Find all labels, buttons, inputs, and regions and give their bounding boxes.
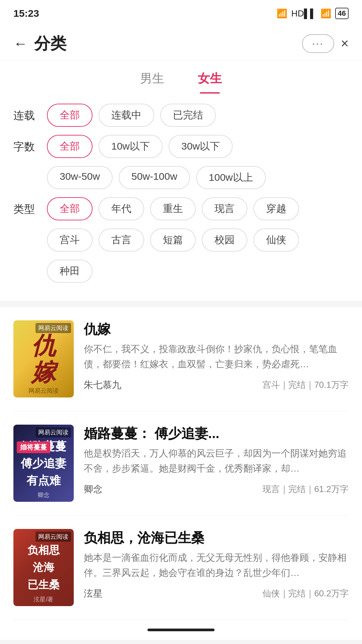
serial-tag-all[interactable]: 全部: [47, 104, 93, 127]
serial-filter-tags: 全部 连载中 已完结: [47, 104, 349, 127]
close-button[interactable]: ×: [341, 36, 349, 51]
book-author-2: 卿念: [84, 483, 103, 496]
bluetooth-icon: 📶: [277, 8, 287, 19]
book-info-1: 仇嫁 你不仁，我不义，投靠政敌斗倒你！抄家仇，负心恨，笔笔血债，都要偿！红嫁衣，…: [84, 320, 349, 391]
book-meta-2: 卿念 现言｜完结｜61.2万字: [84, 483, 349, 496]
genre-tag-palace[interactable]: 宫斗: [47, 228, 93, 252]
book-tags-1: 宫斗｜完结｜70.1万字: [262, 379, 349, 391]
cover-badge-1: 网易云阅读: [36, 323, 71, 333]
wordcount-tag-all[interactable]: 全部: [47, 135, 93, 158]
tab-male[interactable]: 男生: [140, 70, 164, 94]
status-time: 15:23: [13, 8, 39, 19]
book-title-3: 负相思，沧海已生桑: [84, 529, 349, 546]
cover-badge-3: 网易云阅读: [36, 532, 71, 542]
genre-tag-xian[interactable]: 仙侠: [253, 228, 299, 252]
book-meta-3: 泫星 仙侠｜完结｜60.2万字: [84, 587, 349, 600]
genre-tag-short[interactable]: 短篇: [150, 228, 196, 252]
status-icons: 📶 HD▌▌ 📶 46: [277, 8, 349, 19]
genre-tag-farm[interactable]: 种田: [47, 260, 93, 283]
serial-filter-row: 连载 全部 连载中 已完结: [13, 104, 349, 127]
book-cover-2: 婚路蔓蔓傅少追妻有点难 卿念 网易云阅读 婚将蔓蔓: [13, 425, 74, 502]
book-item-2[interactable]: 婚路蔓蔓傅少追妻有点难 卿念 网易云阅读 婚将蔓蔓 婚路蔓蔓： 傅少追妻... …: [13, 411, 349, 516]
book-tags-3: 仙侠｜完结｜60.2万字: [262, 588, 349, 599]
genre-filter-tags-row1: 全部 年代 重生 现言 穿越: [47, 197, 349, 220]
serial-filter-label: 连载: [13, 108, 40, 123]
book-cover-3: 负相思沧海已生桑 泫星/著 网易云阅读: [13, 529, 74, 606]
wordcount-tag-30to50w[interactable]: 30w-50w: [47, 166, 113, 189]
genre-filter-tags-row2: 宫斗 古言 短篇 校园 仙侠: [47, 228, 349, 252]
wordcount-filter-tags-row2: 30w-50w 50w-100w 100w以上: [47, 166, 349, 189]
cover-badge-2: 网易云阅读: [36, 427, 71, 437]
wordcount-filter-tags-row1: 全部 10w以下 30w以下: [47, 135, 349, 158]
genre-tag-nian[interactable]: 年代: [99, 197, 144, 220]
book-list: 仇嫁 网易云阅读 网易云阅读 仇嫁 你不仁，我不义，投靠政敌斗倒你！抄家仇，负心…: [0, 307, 362, 620]
tab-row: 男生 女生: [0, 60, 362, 94]
page-title: 分类: [34, 33, 66, 54]
signal-icon: HD▌▌: [291, 8, 316, 19]
battery-indicator: 46: [335, 8, 349, 19]
genre-tag-rebirth[interactable]: 重生: [150, 197, 196, 220]
wordcount-tag-lt30w[interactable]: 30w以下: [169, 135, 233, 158]
wordcount-filter-label: 字数: [13, 140, 40, 154]
wordcount-tag-lt10w[interactable]: 10w以下: [99, 135, 163, 158]
wordcount-filter-row: 字数 全部 10w以下 30w以下: [13, 135, 349, 158]
cover-logo-2: 卿念: [13, 491, 74, 499]
book-desc-2: 他是权势滔天，万人仰慕的风云巨子，却因为一个阴谋对她穷追不舍，步步紧逼。她是财阀…: [84, 446, 349, 476]
genre-filter-label: 类型: [13, 202, 40, 217]
genre-tag-all[interactable]: 全部: [47, 197, 93, 220]
back-button[interactable]: ←: [13, 36, 27, 52]
genre-filter-tags-row3: 种田: [47, 260, 349, 283]
tab-female[interactable]: 女生: [198, 70, 222, 94]
home-indicator: [147, 629, 215, 631]
serial-tag-finished[interactable]: 已完结: [160, 104, 216, 127]
cover-logo-3: 泫星/著: [13, 595, 74, 603]
wordcount-tag-gt100w[interactable]: 100w以上: [196, 166, 266, 189]
book-title-1: 仇嫁: [84, 320, 349, 338]
book-info-3: 负相思，沧海已生桑 她本是一滴雀血衍化而成，无父无母无性别，得他眷顾，安静相伴。…: [84, 529, 349, 600]
filter-section: 连载 全部 连载中 已完结 字数 全部 10w以下 30w以下 30w-50w …: [0, 94, 362, 301]
book-info-2: 婚路蔓蔓： 傅少追妻... 他是权势滔天，万人仰慕的风云巨子，却因为一个阴谋对她…: [84, 425, 349, 496]
top-bar-right: ··· ×: [302, 34, 349, 53]
genre-tag-modern[interactable]: 现言: [202, 197, 247, 220]
book-desc-1: 你不仁，我不义，投靠政敌斗倒你！抄家仇，负心恨，笔笔血债，都要偿！红嫁衣，血双髻…: [84, 342, 349, 372]
bottom-bar: [0, 620, 362, 640]
wordcount-tag-50to100w[interactable]: 50w-100w: [119, 166, 190, 189]
book-meta-1: 朱七慕九 宫斗｜完结｜70.1万字: [84, 379, 349, 391]
genre-tag-campus[interactable]: 校园: [202, 228, 247, 252]
book-author-1: 朱七慕九: [84, 379, 121, 391]
top-bar-left: ← 分类: [13, 33, 66, 54]
genre-tag-time[interactable]: 穿越: [253, 197, 299, 220]
top-bar: ← 分类 ··· ×: [0, 27, 362, 60]
book-desc-3: 她本是一滴雀血衍化而成，无父无母无性别，得他眷顾，安静相伴。三界风云起，她会守在…: [84, 550, 349, 581]
book-cover-1: 仇嫁 网易云阅读 网易云阅读: [13, 320, 74, 397]
serial-tag-ongoing[interactable]: 连载中: [99, 104, 154, 127]
book-item-3[interactable]: 负相思沧海已生桑 泫星/著 网易云阅读 负相思，沧海已生桑 她本是一滴雀血衍化而…: [13, 516, 349, 620]
cover-logo-1: 网易云阅读: [13, 387, 74, 395]
more-button[interactable]: ···: [302, 34, 334, 53]
book-author-3: 泫星: [84, 587, 103, 600]
status-bar: 15:23 📶 HD▌▌ 📶 46: [0, 0, 362, 27]
book-item-1[interactable]: 仇嫁 网易云阅读 网易云阅读 仇嫁 你不仁，我不义，投靠政敌斗倒你！抄家仇，负心…: [13, 307, 349, 411]
wifi-icon: 📶: [320, 8, 331, 19]
genre-tag-ancient[interactable]: 古言: [99, 228, 144, 252]
genre-filter-row: 类型 全部 年代 重生 现言 穿越: [13, 197, 349, 220]
cover-promo: 婚将蔓蔓: [17, 441, 50, 453]
book-title-2: 婚路蔓蔓： 傅少追妻...: [84, 425, 349, 442]
book-tags-2: 现言｜完结｜61.2万字: [262, 483, 349, 495]
